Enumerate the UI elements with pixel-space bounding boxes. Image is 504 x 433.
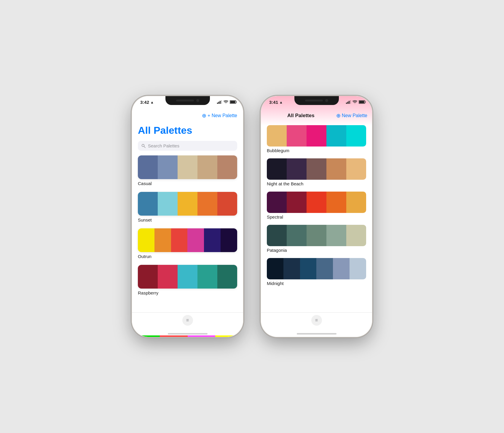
palette-swatch-outrun (138, 228, 237, 252)
svg-rect-2 (220, 101, 221, 104)
location-arrow-icon: ▲ (150, 100, 154, 104)
search-bar[interactable]: Search Palettes (138, 141, 237, 151)
swatch-color (197, 192, 217, 216)
battery-icon-2 (359, 100, 366, 104)
strip-red (160, 335, 188, 337)
swatch-color (267, 258, 283, 279)
signal-icon (217, 100, 222, 104)
swatch-color (307, 125, 326, 147)
notch-2 (294, 96, 339, 105)
speaker (176, 100, 194, 101)
menu-tab-icon-2[interactable]: ≡ (311, 315, 322, 326)
palette-swatch-bubblegum (267, 125, 366, 147)
palette-item-midnight[interactable]: Midnight (267, 258, 366, 286)
svg-rect-9 (346, 103, 347, 104)
palette-item-sunset[interactable]: Sunset (138, 192, 237, 222)
svg-rect-3 (221, 100, 222, 104)
camera (196, 99, 199, 102)
swatch-color (158, 155, 178, 179)
palette-swatch-night-beach (267, 158, 366, 180)
phone-1: 3:42 ▲ (132, 96, 243, 337)
swatch-color (316, 258, 333, 279)
status-icons-2 (346, 100, 366, 104)
swatch-color (217, 155, 237, 179)
palette-item-patagonia[interactable]: Patagonia (267, 225, 366, 253)
swatch-color (267, 192, 287, 213)
svg-rect-1 (218, 102, 219, 104)
palette-swatch-raspberry (138, 265, 237, 289)
swatch-color (178, 155, 197, 179)
swatch-color (217, 192, 237, 216)
swatch-color (221, 228, 237, 252)
screen-content-1: All Palettes Search Palettes (132, 122, 243, 337)
search-placeholder: Search Palettes (148, 143, 179, 148)
swatch-color (326, 225, 346, 246)
palette-item-outrun[interactable]: Outrun (138, 228, 237, 259)
swatch-color (267, 225, 287, 246)
swatch-color (178, 192, 197, 216)
nav-title-2: All Palettes (266, 113, 336, 119)
swatch-color (307, 158, 326, 180)
swatch-color (204, 228, 221, 252)
palette-item-raspberry[interactable]: Raspberry (138, 265, 237, 295)
menu-tab-icon[interactable]: ≡ (182, 315, 193, 326)
swatch-color (287, 192, 307, 213)
svg-rect-6 (230, 101, 235, 103)
phone-2-screen: 3:41 ▲ (261, 96, 372, 337)
home-indicator-2 (297, 333, 336, 335)
status-time-2: 3:41 ▲ (269, 100, 283, 105)
swatch-color (197, 155, 217, 179)
new-palette-button-1[interactable]: ⊕ + New Palette (202, 112, 237, 119)
phone-2: 3:41 ▲ (261, 96, 372, 337)
palette-swatch-patagonia (267, 225, 366, 246)
strip-pink (188, 335, 216, 337)
new-palette-label-1: + New Palette (208, 113, 237, 118)
swatch-color (178, 265, 197, 289)
palette-swatch-sunset (138, 192, 237, 216)
swatch-color (346, 225, 366, 246)
svg-rect-10 (347, 102, 348, 104)
all-palettes-title: All Palettes (138, 125, 237, 136)
swatch-color (267, 158, 287, 180)
status-time-1: 3:42 ▲ (140, 100, 154, 105)
camera-2 (325, 99, 328, 102)
signal-icon-2 (346, 100, 351, 104)
swatch-color (346, 158, 366, 180)
swatch-color (287, 125, 307, 147)
swatch-color (138, 228, 154, 252)
new-palette-label-2: New Palette (342, 113, 367, 118)
svg-rect-5 (236, 101, 237, 103)
swatch-color (138, 155, 158, 179)
palette-item-casual[interactable]: Casual (138, 155, 237, 186)
svg-rect-14 (365, 101, 366, 103)
palette-name-patagonia: Patagonia (267, 248, 366, 253)
palette-name-sunset: Sunset (138, 217, 237, 222)
swatch-color (138, 192, 158, 216)
plus-icon-2: ⊕ (336, 112, 341, 119)
palette-item-spectral[interactable]: Spectral (267, 192, 366, 219)
battery-icon (230, 100, 237, 104)
swatch-color (350, 258, 366, 279)
swatch-color (346, 125, 366, 147)
svg-rect-12 (350, 100, 351, 104)
swatch-color (158, 265, 178, 289)
new-palette-button-2[interactable]: ⊕ New Palette (336, 112, 367, 119)
swatch-color (283, 258, 300, 279)
notch-1 (165, 96, 210, 105)
swatch-color (287, 225, 307, 246)
status-icons-1 (217, 100, 237, 104)
phone2-content: Bubblegum Night at the Beach (261, 122, 372, 291)
palette-name-spectral: Spectral (267, 214, 366, 219)
strip-yellow (215, 335, 243, 337)
swatch-color (158, 192, 178, 216)
swatch-color (171, 228, 188, 252)
swatch-color (326, 192, 346, 213)
palette-item-night-beach[interactable]: Night at the Beach (267, 158, 366, 186)
speaker-2 (305, 100, 323, 101)
swatch-color (326, 158, 346, 180)
swatch-color (333, 258, 350, 279)
palette-item-bubblegum[interactable]: Bubblegum (267, 125, 366, 153)
swatch-color (307, 192, 326, 213)
palette-name-casual: Casual (138, 181, 237, 186)
wifi-icon (224, 100, 228, 104)
